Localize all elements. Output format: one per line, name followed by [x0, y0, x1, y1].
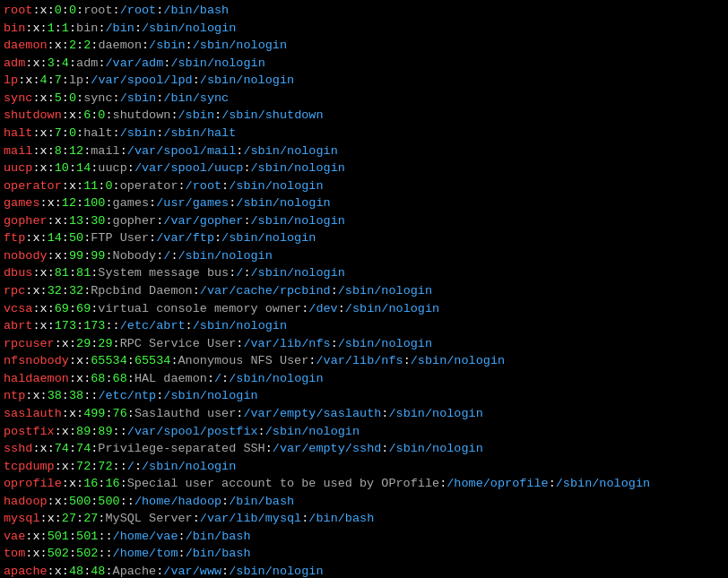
line-postfix: postfix:x:89:89::/var/spool/postfix:/sbi… [4, 423, 724, 441]
line-abrt: abrt:x:173:173::/etc/abrt:/sbin/nologin [4, 317, 724, 335]
line-halt: halt:x:7:0:halt:/sbin:/sbin/halt [4, 125, 724, 142]
line-vcsa: vcsa:x:69:69:virtual console memory owne… [4, 300, 724, 318]
line-nfsnobody: nfsnobody:x:65534:65534:Anonymous NFS Us… [4, 352, 724, 370]
line-oprofile: oprofile:x:16:16:Special user account to… [4, 475, 724, 493]
line-mysql: mysql:x:27:27:MySQL Server:/var/lib/mysq… [4, 510, 724, 528]
line-operator: operator:x:11:0:operator:/root:/sbin/nol… [4, 177, 724, 195]
line-saslauth: saslauth:x:499:76:Saslauthd user:/var/em… [4, 405, 724, 423]
line-dbus: dbus:x:81:81:System message bus:/:/sbin/… [4, 264, 724, 282]
line-gopher: gopher:x:13:30:gopher:/var/gopher:/sbin/… [4, 212, 724, 230]
line-rpc: rpc:x:32:32:Rpcbind Daemon:/var/cache/rp… [4, 282, 724, 300]
line-hadoop: hadoop:x:500:500::/home/hadoop:/bin/bash [4, 493, 724, 511]
line-rpcuser: rpcuser:x:29:29:RPC Service User:/var/li… [4, 335, 724, 353]
line-root: root:x:0:0:root:/root:/bin/bash [4, 2, 724, 20]
line-adm: adm:x:3:4:adm:/var/adm:/sbin/nologin [4, 55, 724, 73]
line-sync: sync:x:5:0:sync:/sbin:/bin/sync [4, 90, 724, 108]
line-tcpdump: tcpdump:x:72:72::/:/sbin/nologin [4, 458, 724, 476]
line-uucp: uucp:x:10:14:uucp:/var/spool/uucp:/sbin/… [4, 160, 724, 177]
line-vae: vae:x:501:501::/home/vae:/bin/bash [4, 528, 724, 546]
line-apache: apache:x:48:48:Apache:/var/www:/sbin/nol… [4, 563, 724, 578]
line-ftp: ftp:x:14:50:FTP User:/var/ftp:/sbin/nolo… [4, 229, 724, 247]
line-tom: tom:x:502:502::/home/tom:/bin/bash [4, 545, 724, 563]
line-nobody: nobody:x:99:99:Nobody:/:/sbin/nologin [4, 247, 724, 265]
line-sshd: sshd:x:74:74:Privilege-separated SSH:/va… [4, 440, 724, 458]
line-bin: bin:x:1:1:bin:/bin:/sbin/nologin [4, 20, 724, 38]
line-mail: mail:x:8:12:mail:/var/spool/mail:/sbin/n… [4, 142, 724, 160]
line-shutdown: shutdown:x:6:0:shutdown:/sbin:/sbin/shut… [4, 107, 724, 125]
line-lp: lp:x:4:7:lp:/var/spool/lpd:/sbin/nologin [4, 72, 724, 90]
line-daemon: daemon:x:2:2:daemon:/sbin:/sbin/nologin [4, 37, 724, 55]
line-haldaemon: haldaemon:x:68:68:HAL daemon:/:/sbin/nol… [4, 370, 724, 388]
terminal: root:x:0:0:root:/root:/bin/bash bin:x:1:… [4, 2, 724, 578]
username: root [4, 4, 32, 17]
line-games: games:x:12:100:games:/usr/games:/sbin/no… [4, 194, 724, 212]
line-ntp: ntp:x:38:38::/etc/ntp:/sbin/nologin [4, 387, 724, 405]
